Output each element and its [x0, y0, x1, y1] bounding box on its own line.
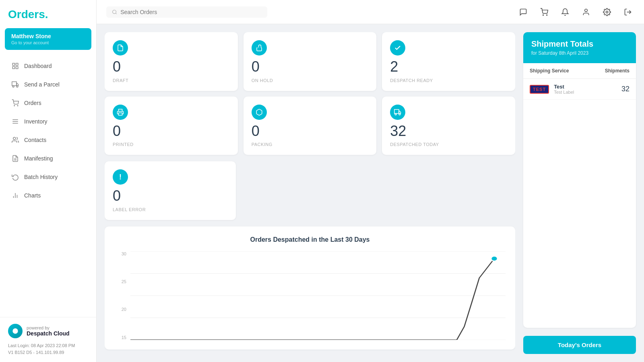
content-area: 0 DRAFT 0 ON HOLD 2 DESP [97, 24, 644, 362]
sidebar-item-label: Dashboard [24, 63, 52, 69]
sidebar-item-label: Contacts [24, 137, 46, 143]
sidebar-item-label: Charts [24, 192, 41, 199]
svg-point-29 [399, 113, 400, 115]
shipment-totals-header: Shipment Totals for Saturday 8th April 2… [523, 32, 636, 63]
inventory-icon [11, 117, 19, 125]
charts-icon [11, 191, 19, 200]
logo-text: Orders. [8, 8, 48, 21]
shipment-totals-title: Shipment Totals [531, 39, 628, 49]
stat-number-despatched-today: 32 [390, 123, 507, 139]
shipment-totals-date: for Saturday 8th April 2023 [531, 50, 628, 56]
svg-point-36 [491, 256, 497, 261]
sidebar-item-label: Manifesting [24, 155, 53, 162]
svg-point-8 [17, 105, 18, 106]
shipment-service-name: Test [554, 84, 617, 90]
svg-rect-27 [394, 109, 399, 113]
svg-point-28 [395, 113, 397, 115]
sidebar-item-manifesting[interactable]: Manifesting [3, 150, 93, 167]
svg-rect-2 [12, 67, 14, 69]
sidebar: Orders. Matthew Stone Go to your account… [0, 0, 97, 362]
logout-icon-button[interactable] [621, 6, 634, 19]
stat-number-packing: 0 [252, 123, 369, 139]
svg-point-24 [606, 11, 608, 13]
brand-logo [8, 324, 23, 338]
svg-point-19 [113, 10, 116, 14]
sidebar-footer: powered by Despatch Cloud Last Login: 08… [0, 317, 96, 362]
stat-label-despatched-today: DESPATCHED TODAY [390, 142, 507, 147]
dashboard-icon [11, 62, 19, 70]
sidebar-item-label: Orders [24, 100, 41, 106]
svg-point-12 [13, 137, 16, 140]
header [97, 0, 644, 24]
stat-label-draft: DRAFT [113, 78, 230, 83]
shipment-row: TEST Test Test Label 32 [523, 79, 636, 100]
sidebar-nav: Dashboard Send a Parcel Orders Inventory… [0, 56, 96, 205]
sidebar-item-label: Inventory [24, 118, 47, 125]
stat-label-packing: PACKING [252, 142, 369, 147]
search-icon [112, 9, 117, 15]
sidebar-item-charts[interactable]: Charts [3, 187, 93, 204]
stat-card-packing: 0 PACKING [244, 97, 377, 155]
user-account-button[interactable]: Matthew Stone Go to your account [5, 28, 91, 50]
label-error-icon: ! [113, 169, 128, 185]
version-text: V1 B152 D5 - 141.101.99.89 [8, 349, 88, 356]
cart-icon-button[interactable] [538, 6, 551, 19]
search-container [106, 6, 267, 18]
svg-marker-35 [130, 259, 494, 340]
despatched-today-icon [390, 105, 405, 120]
app-logo: Orders. [0, 0, 96, 25]
chart-area: 30 25 20 15 [114, 251, 506, 340]
col-shipments-header: Shipments [605, 68, 630, 74]
line-chart-svg [130, 251, 506, 340]
chat-icon-button[interactable] [517, 6, 530, 19]
stat-card-despatched-today: 32 DESPATCHED TODAY [382, 97, 515, 155]
y-axis: 30 25 20 15 [114, 251, 130, 340]
svg-point-22 [547, 14, 547, 15]
svg-line-20 [116, 13, 116, 14]
col-service-header: Shipping Service [530, 68, 605, 74]
sidebar-item-send-parcel[interactable]: Send a Parcel [3, 76, 93, 93]
settings-icon-button[interactable] [601, 6, 613, 19]
dashboard-main: 0 DRAFT 0 ON HOLD 2 DESP [105, 32, 515, 354]
user-icon-button[interactable] [580, 6, 592, 19]
sidebar-item-contacts[interactable]: Contacts [3, 131, 93, 149]
draft-icon [113, 40, 128, 56]
batch-history-icon [11, 173, 19, 181]
svg-point-23 [585, 9, 588, 12]
stat-number-label-error: 0 [113, 188, 228, 204]
user-name: Matthew Stone [11, 33, 85, 39]
stat-card-label-error-container: ! 0 LABEL ERROR [105, 161, 236, 220]
stat-card-on-hold: 0 ON HOLD [244, 32, 377, 91]
sidebar-item-dashboard[interactable]: Dashboard [3, 57, 93, 75]
chart-title: Orders Despatched in the Last 30 Days [114, 236, 506, 243]
sidebar-item-label: Send a Parcel [24, 81, 60, 88]
stat-card-despatch-ready: 2 DESPATCH READY [382, 32, 515, 91]
stat-label-label-error: LABEL ERROR [113, 207, 228, 212]
stat-label-despatch-ready: DESPATCH READY [390, 78, 507, 83]
stats-grid: 0 DRAFT 0 ON HOLD 2 DESP [105, 32, 515, 155]
svg-point-6 [17, 86, 18, 87]
stat-number-printed: 0 [113, 123, 230, 139]
sidebar-item-label: Batch History [24, 174, 58, 180]
svg-point-18 [12, 328, 18, 333]
shipment-table: Shipping Service Shipments TEST Test Tes… [523, 63, 636, 328]
last-login-text: Last Login: 08 Apr 2023 22:08 PM [8, 342, 88, 349]
svg-rect-0 [12, 63, 14, 65]
bell-icon-button[interactable] [559, 6, 572, 19]
chart-section: Orders Despatched in the Last 30 Days 30… [105, 226, 515, 350]
svg-rect-3 [16, 67, 18, 69]
shipment-count: 32 [621, 85, 630, 93]
svg-rect-4 [12, 82, 17, 86]
test-badge: TEST [530, 85, 549, 94]
search-input[interactable] [120, 9, 262, 15]
sidebar-item-orders[interactable]: Orders [3, 94, 93, 112]
today-orders-button[interactable]: Today's Orders [523, 336, 636, 354]
right-panel: Shipment Totals for Saturday 8th April 2… [523, 32, 636, 354]
stat-card-printed: 0 PRINTED [105, 97, 238, 155]
powered-by-text: powered by [27, 325, 70, 330]
sidebar-item-inventory[interactable]: Inventory [3, 113, 93, 130]
sidebar-item-batch-history[interactable]: Batch History [3, 168, 93, 186]
shipment-table-header: Shipping Service Shipments [523, 63, 636, 79]
on-hold-icon [252, 40, 267, 56]
printed-icon [113, 105, 128, 120]
